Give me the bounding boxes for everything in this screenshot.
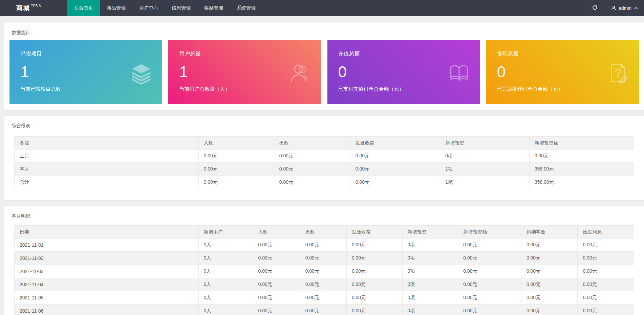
table-cell: 0.00元: [274, 176, 350, 189]
stat-card-subtitle: 已支付充值订单总金额（元）: [338, 86, 480, 92]
table-cell: 0项: [402, 239, 458, 252]
nav-item-system[interactable]: 系统管理: [230, 0, 262, 16]
column-header-4: 发送收益: [346, 226, 402, 239]
table-cell: 0.00元: [578, 252, 634, 265]
chevron-up-icon: [634, 7, 638, 9]
table-cell: 2021-11-06: [15, 305, 199, 315]
table-cell: 0.00元: [458, 252, 521, 265]
table-cell: 0.00元: [350, 163, 440, 176]
table-cell: 0.00元: [346, 239, 402, 252]
table-row: 本月0.00元0.00元0.00元1项358.00元: [15, 163, 634, 176]
nav-item-users[interactable]: 用户中心: [132, 0, 165, 16]
nav-item-products[interactable]: 商品管理: [100, 0, 132, 16]
table-cell: 0.00元: [300, 265, 346, 278]
navbar-right: admin: [585, 0, 644, 16]
stat-card-title: 充值总额: [338, 50, 480, 58]
app-logo[interactable]: 商城 TP5.3: [0, 0, 67, 16]
document-question-icon: [606, 62, 629, 85]
app-logo-version: TP5.3: [31, 4, 41, 8]
stat-card-title: 已投项目: [20, 50, 162, 58]
table-cell: 0.00元: [578, 239, 634, 252]
table-cell: 2021-11-03: [15, 265, 199, 278]
detail-section-title: 本月明细: [12, 213, 639, 219]
table-cell: 358.00元: [529, 176, 634, 189]
table-cell: 上月: [15, 150, 199, 163]
table-cell: 0项: [402, 265, 458, 278]
table-header-row: 备注入款出款发送收益新增投资新增投资额: [15, 137, 634, 150]
table-cell: 0.00元: [521, 265, 578, 278]
table-cell: 0.00元: [521, 239, 578, 252]
table-row: 2021-11-010人0.00元0.00元0.00元0项0.00元0.00元0…: [15, 239, 634, 252]
table-row: 2021-11-060人0.00元0.00元0.00元0项0.00元0.00元0…: [15, 305, 634, 315]
column-header-0: 备注: [15, 137, 199, 150]
stat-card-withdraw-total: 提现总额 0 已完成提现订单总金额（元）: [486, 40, 639, 104]
book-icon: [448, 62, 471, 85]
table-cell: 0.00元: [198, 163, 274, 176]
table-cell: 0项: [402, 305, 458, 315]
table-cell: 0.00元: [521, 305, 578, 315]
stat-card-subtitle: 当前已投项目总数: [20, 86, 162, 92]
table-cell: 2021-11-02: [15, 252, 199, 265]
table-cell: 0人: [198, 305, 253, 315]
main-nav: 后台首页 商品管理 用户中心 信息管理 奖励管理 系统管理: [67, 0, 585, 16]
stat-card-recharge-total: 充值总额 0 已支付充值订单总金额（元）: [327, 40, 480, 104]
report-table: 备注入款出款发送收益新增投资新增投资额上月0.00元0.00元0.00元0项0.…: [14, 136, 634, 189]
nav-item-info[interactable]: 信息管理: [165, 0, 197, 16]
stat-card-subtitle: 已完成提现订单总金额（元）: [497, 86, 639, 92]
admin-menu[interactable]: admin: [604, 0, 644, 16]
table-cell: 0.00元: [300, 291, 346, 305]
table-cell: 0.00元: [253, 265, 300, 278]
table-header-row: 日期新增用户入款出款发送收益新增投资新增投资额到期本金应发利息: [15, 226, 634, 239]
table-cell: 0.00元: [300, 239, 346, 252]
report-section-title: 综合报表: [12, 123, 639, 129]
refresh-button[interactable]: [585, 0, 604, 16]
table-cell: 0.00元: [458, 305, 521, 315]
table-cell: 0项: [402, 252, 458, 265]
column-header-0: 日期: [15, 226, 199, 239]
stat-card-total-users: 用户总量 1 当前用户总数量（人）: [168, 40, 321, 104]
layers-icon: [130, 62, 153, 85]
table-cell: 0项: [402, 278, 458, 291]
stat-card-subtitle: 当前用户总数量（人）: [179, 86, 321, 92]
table-cell: 0.00元: [578, 265, 634, 278]
table-cell: 0.00元: [274, 163, 350, 176]
table-cell: 0.00元: [521, 278, 578, 291]
table-cell: 0.00元: [346, 265, 402, 278]
table-cell: 0.00元: [346, 278, 402, 291]
table-cell: 0.00元: [521, 291, 578, 305]
column-header-1: 入款: [198, 137, 274, 150]
table-cell: 0.00元: [458, 239, 521, 252]
users-icon: [289, 62, 312, 85]
table-cell: 0.00元: [458, 291, 521, 305]
table-cell: 0.00元: [274, 150, 350, 163]
column-header-5: 新增投资额: [529, 137, 634, 150]
table-cell: 0.00元: [253, 305, 300, 315]
table-cell: 1笔: [440, 176, 530, 189]
column-header-4: 新增投资: [440, 137, 530, 150]
nav-item-rewards[interactable]: 奖励管理: [197, 0, 230, 16]
table-cell: 本月: [15, 163, 199, 176]
table-cell: 0.00元: [300, 252, 346, 265]
column-header-6: 新增投资额: [458, 226, 521, 239]
column-header-3: 发送收益: [350, 137, 440, 150]
table-cell: 总计: [15, 176, 199, 189]
detail-table: 日期新增用户入款出款发送收益新增投资新增投资额到期本金应发利息2021-11-0…: [14, 225, 634, 315]
table-row: 2021-11-020人0.00元0.00元0.00元0项0.00元0.00元0…: [15, 252, 634, 265]
app-logo-text: 商城: [16, 4, 30, 13]
table-cell: 0.00元: [350, 150, 440, 163]
refresh-icon: [592, 5, 598, 12]
report-panel: 综合报表 备注入款出款发送收益新增投资新增投资额上月0.00元0.00元0.00…: [4, 116, 644, 200]
table-cell: 0.00元: [578, 278, 634, 291]
table-cell: 0.00元: [253, 278, 300, 291]
user-icon: [611, 5, 616, 10]
table-cell: 0人: [198, 291, 253, 305]
table-cell: 0.00元: [198, 176, 274, 189]
table-cell: 2021-11-01: [15, 239, 199, 252]
table-row: 2021-11-040人0.00元0.00元0.00元0项0.00元0.00元0…: [15, 278, 634, 291]
column-header-7: 到期本金: [521, 226, 578, 239]
stats-panel: 数据统计 已投项目 1 当前已投项目总数: [4, 23, 644, 110]
table-cell: 0.00元: [350, 176, 440, 189]
table-cell: 0.00元: [253, 252, 300, 265]
main-content: 数据统计 已投项目 1 当前已投项目总数: [0, 16, 644, 315]
nav-item-home[interactable]: 后台首页: [67, 0, 100, 16]
